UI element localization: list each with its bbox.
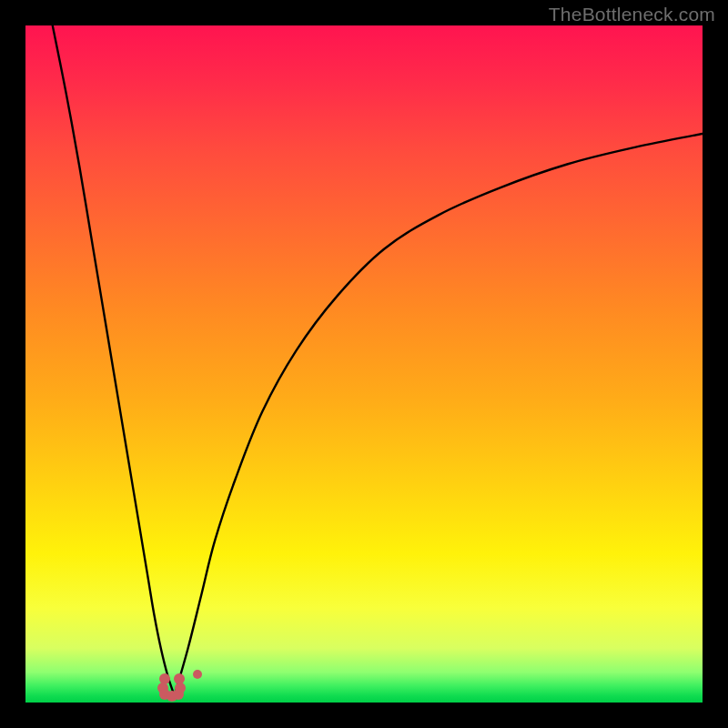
- trough-outlier-dot: [193, 670, 202, 679]
- trough-dot: [174, 673, 185, 684]
- curve-left-branch: [53, 25, 175, 696]
- watermark-text: TheBottleneck.com: [549, 4, 715, 25]
- curve-right-branch: [175, 134, 703, 696]
- plot-area: [25, 25, 703, 703]
- chart-frame: TheBottleneck.com: [0, 0, 728, 728]
- bottleneck-curve: [25, 25, 703, 703]
